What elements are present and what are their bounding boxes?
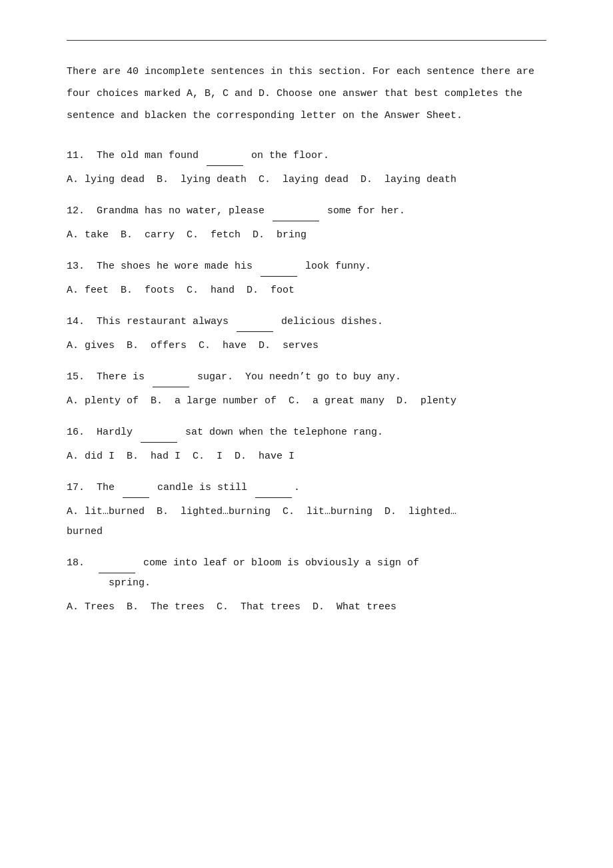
intro-paragraph: There are 40 incomplete sentences in thi… (67, 61, 546, 127)
intro-text: There are 40 incomplete sentences in thi… (67, 66, 534, 121)
blank-18 (99, 553, 135, 573)
blank-14 (237, 311, 273, 332)
question-15: 15. There is sugar. You needn’t go to bu… (67, 367, 546, 411)
question-13: 13. The shoes he wore made his look funn… (67, 256, 546, 301)
blank-17a (123, 477, 149, 498)
options-18: A. Trees B. The trees C. That trees D. W… (67, 597, 546, 617)
blank-17b (255, 477, 292, 498)
options-11: A. lying dead B. lying death C. laying d… (67, 170, 546, 190)
blank-16 (141, 422, 177, 443)
question-15-text: 15. There is sugar. You needn’t go to bu… (67, 367, 546, 387)
question-11-text: 11. The old man found on the floor. (67, 145, 546, 166)
question-16-text: 16. Hardly sat down when the telephone r… (67, 422, 546, 443)
blank-11 (207, 145, 243, 166)
question-11: 11. The old man found on the floor. A. l… (67, 145, 546, 190)
options-16: A. did I B. had I C. I D. have I (67, 447, 546, 467)
question-13-text: 13. The shoes he wore made his look funn… (67, 256, 546, 277)
question-18-text: 18. come into leaf or bloom is obviously… (67, 553, 546, 593)
blank-13 (261, 256, 297, 277)
options-14: A. gives B. offers C. have D. serves (67, 336, 546, 356)
question-12-text: 12. Grandma has no water, please some fo… (67, 201, 546, 221)
question-14: 14. This restaurant always delicious dis… (67, 311, 546, 356)
question-12: 12. Grandma has no water, please some fo… (67, 201, 546, 245)
blank-15 (153, 367, 189, 387)
question-16: 16. Hardly sat down when the telephone r… (67, 422, 546, 467)
question-14-text: 14. This restaurant always delicious dis… (67, 311, 546, 332)
options-13: A. feet B. foots C. hand D. foot (67, 281, 546, 301)
question-18: 18. come into leaf or bloom is obviously… (67, 553, 546, 617)
top-divider (67, 40, 546, 41)
question-17: 17. The candle is still . A. lit…burned … (67, 477, 546, 542)
options-15: A. plenty of B. a large number of C. a g… (67, 391, 546, 411)
blank-12 (273, 201, 319, 221)
options-12: A. take B. carry C. fetch D. bring (67, 225, 546, 245)
options-17: A. lit…burned B. lighted…burning C. lit…… (67, 502, 546, 542)
question-17-text: 17. The candle is still . (67, 477, 546, 498)
